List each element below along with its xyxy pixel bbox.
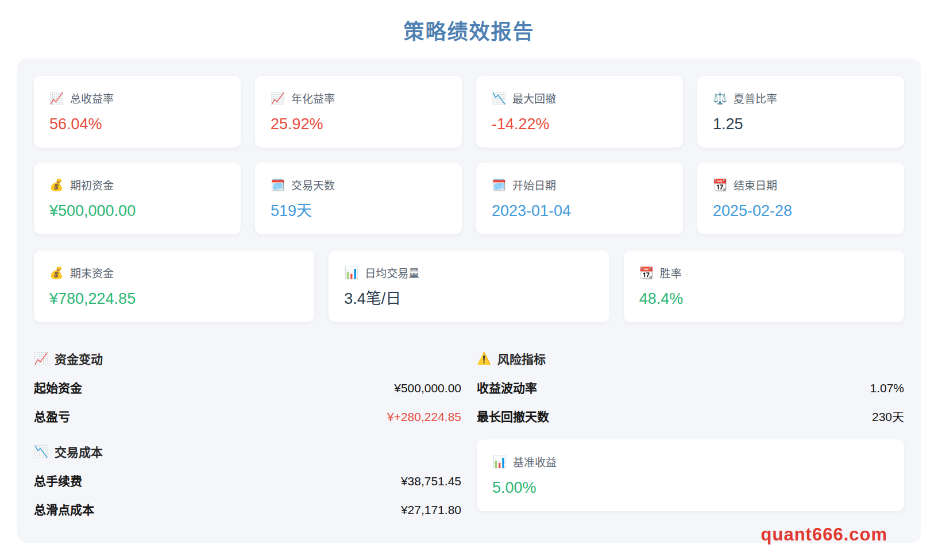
card-value-text: 48.4%	[639, 290, 889, 308]
card-value-text: 25.92%	[271, 115, 446, 133]
card-value-text: -14.22%	[492, 115, 667, 133]
trend-down-chart-icon: 📉	[34, 446, 48, 457]
bar-chart-icon: 📊	[344, 267, 358, 279]
page-title: 策略绩效报告	[0, 0, 938, 59]
kv-value: 1.07%	[870, 381, 904, 395]
calendar-icon: 📆	[639, 267, 654, 279]
kv-value: ¥500,000.00	[394, 381, 461, 395]
card-value-text: 2025-02-28	[713, 202, 889, 220]
card-initial-capital: 💰 期初资金 ¥500,000.00	[34, 163, 241, 234]
card-start-date: 🗓️ 开始日期 2023-01-04	[476, 163, 683, 234]
card-label-text: 结束日期	[734, 177, 777, 192]
watermark: quant666.com	[761, 524, 887, 545]
card-value-text: 56.04%	[49, 115, 225, 133]
trend-up-chart-icon: 📈	[271, 92, 285, 104]
section-title: 资金变动	[55, 350, 103, 367]
card-value-text: ¥780,224.85	[49, 290, 299, 308]
card-daily-trade-volume: 📊 日均交易量 3.4笔/日	[329, 250, 609, 322]
card-value-text: 519天	[271, 202, 446, 220]
card-end-date: 📆 结束日期 2025-02-28	[697, 163, 904, 234]
calendar-icon: 🗓️	[492, 179, 506, 191]
details-right-column: ⚠️ 风险指标 收益波动率 1.07% 最长回撤天数 230天 📊 基准收益 5…	[477, 337, 904, 523]
section-title: 风险指标	[497, 350, 546, 367]
kv-label: 最长回撤天数	[477, 407, 549, 424]
stat-card-grid: 📈 总收益率 56.04% 📈 年化益率 25.92% 📉 最大回撤 -14.2…	[34, 76, 904, 234]
money-bag-icon: 💰	[49, 179, 64, 191]
card-max-drawdown: 📉 最大回撤 -14.22%	[476, 76, 683, 148]
card-label-text: 期初资金	[70, 177, 114, 192]
details-area: 📈 资金变动 起始资金 ¥500,000.00 总盈亏 ¥+280,224.85…	[34, 337, 904, 523]
kv-row-longest-drawdown-days: 最长回撤天数 230天	[477, 401, 904, 430]
card-value-text: 3.4笔/日	[344, 290, 593, 308]
card-label-text: 总收益率	[70, 90, 114, 106]
report-panel: 📈 总收益率 56.04% 📈 年化益率 25.92% 📉 最大回撤 -14.2…	[17, 59, 921, 543]
card-label-text: 年化益率	[291, 90, 335, 106]
card-label-text: 基准收益	[513, 454, 557, 469]
kv-row-total-pnl: 总盈亏 ¥+280,224.85	[34, 401, 461, 430]
card-final-capital: 💰 期末资金 ¥780,224.85	[34, 250, 314, 322]
section-trading-costs: 📉 交易成本 总手续费 ¥38,751.45 总滑点成本 ¥27,171.80	[34, 438, 461, 523]
kv-label: 总盈亏	[34, 407, 70, 424]
kv-row-total-slippage: 总滑点成本 ¥27,171.80	[34, 495, 461, 523]
card-label-text: 最大回撤	[512, 90, 556, 106]
card-benchmark-return: 📊 基准收益 5.00%	[477, 439, 904, 511]
section-title: 交易成本	[55, 443, 103, 460]
card-total-return: 📈 总收益率 56.04%	[34, 76, 241, 148]
kv-label: 收益波动率	[477, 379, 537, 396]
kv-label: 起始资金	[34, 379, 82, 396]
kv-value: ¥27,171.80	[401, 503, 461, 517]
kv-value: 230天	[872, 407, 904, 424]
section-capital-change: 📈 资金变动 起始资金 ¥500,000.00 总盈亏 ¥+280,224.85	[34, 345, 461, 430]
kv-value: ¥38,751.45	[401, 474, 461, 488]
bar-chart-icon: 📊	[492, 456, 507, 468]
wide-card-grid: 💰 期末资金 ¥780,224.85 📊 日均交易量 3.4笔/日 📆 胜率 4…	[34, 250, 904, 322]
kv-row-total-commission: 总手续费 ¥38,751.45	[34, 466, 461, 495]
kv-row-starting-capital: 起始资金 ¥500,000.00	[34, 373, 461, 401]
kv-row-return-volatility: 收益波动率 1.07%	[477, 373, 904, 401]
card-trading-days: 🗓️ 交易天数 519天	[255, 163, 462, 234]
card-label-text: 期末资金	[70, 265, 114, 280]
card-label-text: 开始日期	[512, 177, 556, 192]
kv-value: ¥+280,224.85	[387, 410, 461, 424]
card-win-rate: 📆 胜率 48.4%	[624, 250, 904, 322]
card-value-text: ¥500,000.00	[49, 202, 225, 220]
card-label-text: 胜率	[660, 265, 682, 280]
calendar-icon: 📆	[713, 179, 727, 191]
calendar-icon: 🗓️	[271, 179, 285, 191]
section-risk-metrics: ⚠️ 风险指标 收益波动率 1.07% 最长回撤天数 230天	[477, 345, 904, 430]
trend-up-chart-icon: 📈	[34, 353, 48, 364]
card-sharpe-ratio: ⚖️ 夏普比率 1.25	[697, 76, 904, 148]
card-label-text: 交易天数	[291, 177, 335, 192]
kv-label: 总手续费	[34, 472, 82, 489]
trend-down-chart-icon: 📉	[492, 92, 506, 104]
kv-label: 总滑点成本	[34, 500, 94, 517]
card-label-text: 夏普比率	[734, 90, 777, 106]
card-label-text: 日均交易量	[365, 265, 419, 280]
money-bag-icon: 💰	[49, 267, 64, 279]
card-value-text: 5.00%	[492, 479, 889, 497]
card-value-text: 2023-01-04	[492, 202, 667, 220]
trend-up-chart-icon: 📈	[49, 92, 64, 104]
details-left-column: 📈 资金变动 起始资金 ¥500,000.00 总盈亏 ¥+280,224.85…	[34, 337, 461, 523]
card-annualized-return: 📈 年化益率 25.92%	[255, 76, 462, 148]
warning-icon: ⚠️	[477, 353, 491, 364]
balance-scale-icon: ⚖️	[713, 92, 727, 104]
card-value-text: 1.25	[713, 115, 889, 133]
